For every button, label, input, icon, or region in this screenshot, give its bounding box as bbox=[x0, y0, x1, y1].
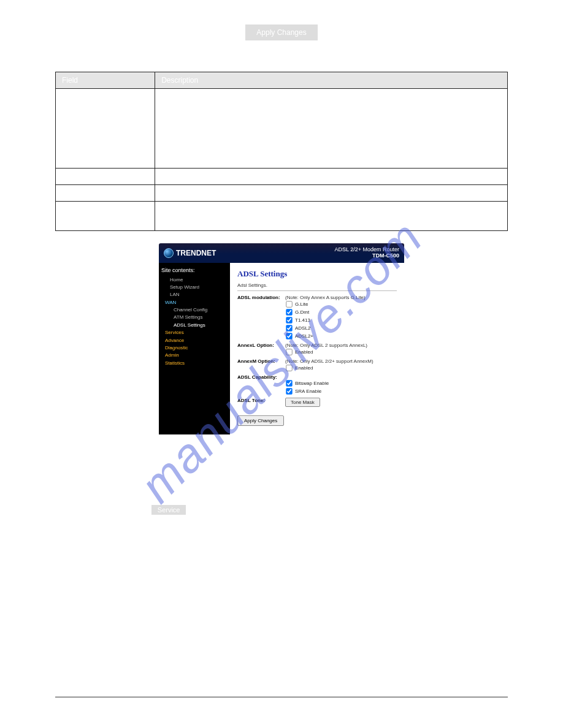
tone-mask-button[interactable]: Tone Mask bbox=[285, 398, 320, 407]
globe-icon bbox=[164, 248, 174, 258]
label-t1413: T1.413 bbox=[295, 317, 310, 322]
checkbox-annexm-enabled[interactable] bbox=[286, 365, 292, 371]
label-sra: SRA Enable bbox=[295, 388, 321, 393]
sidebar-item-wan[interactable]: WAN bbox=[161, 299, 228, 306]
row-desc: Enable or disable ADSL2 annex L mode. bbox=[155, 168, 508, 184]
label-tone: ADSL Tone: bbox=[237, 398, 285, 407]
parameters-table: Field Description ADSL modulation Choose… bbox=[55, 72, 508, 231]
label-capability: ADSL Capability: bbox=[237, 374, 285, 395]
p4: and bbox=[336, 506, 348, 514]
checkbox-adsl2[interactable] bbox=[286, 325, 292, 331]
label-adsl2: ADSL2 bbox=[295, 325, 310, 330]
label-gdmt: G.Dmt bbox=[295, 309, 309, 314]
apply-changes-button-top: Apply Changes bbox=[245, 25, 317, 40]
sidebar-item-advance[interactable]: Advance bbox=[161, 337, 228, 344]
main-panel: ADSL Settings Adsl Settings. ADSL modula… bbox=[230, 263, 404, 434]
label-annexl: AnnexL Option: bbox=[237, 343, 285, 356]
row-field: ADSL modulation bbox=[56, 88, 155, 168]
th-desc: Description bbox=[155, 72, 508, 88]
service-name: Service bbox=[207, 506, 231, 514]
sidebar-item-home[interactable]: Home bbox=[161, 276, 228, 284]
section-heading: 4.4 Service bbox=[55, 490, 508, 502]
p3: page that is displayed contains bbox=[234, 506, 334, 514]
checkbox-glite[interactable] bbox=[286, 301, 292, 307]
sidebar-item-adsl[interactable]: ADSL Settings bbox=[161, 322, 228, 329]
model-block: ADSL 2/2+ Modem Router TDM-C500 bbox=[335, 247, 399, 259]
checkbox-adsl2p[interactable] bbox=[286, 333, 292, 339]
sidebar-title: Site contents: bbox=[161, 267, 228, 275]
p1: In the navigation bar, choose bbox=[55, 506, 149, 514]
brand-text: TRENDNET bbox=[176, 249, 216, 257]
label-modulation: ADSL modulation: bbox=[237, 295, 285, 340]
checkbox-sra[interactable] bbox=[286, 388, 292, 394]
row-field: ADSL Capability bbox=[56, 201, 155, 230]
footer-copyright: © Copyright 2011 TRENDnet. All Rights Re… bbox=[55, 700, 207, 707]
row-desc: Enable or disable bitswap or SRA. bbox=[155, 201, 508, 230]
apply-changes-button[interactable]: Apply Changes bbox=[237, 415, 284, 426]
row-field: AnnexL Option bbox=[56, 168, 155, 184]
label-annexl-enabled: Enabled bbox=[295, 349, 313, 354]
brand: TRENDNET bbox=[164, 248, 216, 258]
note-annexl: (Note: Only ADSL 2 supports AnnexL) bbox=[285, 343, 397, 348]
label-adsl2p: ADSL2+ bbox=[295, 333, 313, 338]
note-modulation: (Note: Only Annex A supports G.Lite) bbox=[285, 295, 397, 300]
sidebar: Site contents: Home Setup Wizard LAN WAN… bbox=[159, 263, 230, 434]
label-annexm-enabled: Enabled bbox=[295, 365, 313, 370]
note-annexm: (Note: Only ADSL 2/2+ support AnnexM) bbox=[285, 358, 397, 364]
sidebar-item-services[interactable]: Services bbox=[161, 329, 228, 336]
sidebar-item-channel[interactable]: Channel Config bbox=[161, 306, 228, 314]
footer: © Copyright 2011 TRENDnet. All Rights Re… bbox=[55, 697, 508, 707]
sidebar-item-diagnostic[interactable]: Diagnostic bbox=[161, 344, 228, 352]
sidebar-item-lan[interactable]: LAN bbox=[161, 291, 228, 298]
label-bitswap: Bitswap Enable bbox=[295, 380, 329, 385]
page-title: ADSL Settings bbox=[237, 269, 397, 279]
checkbox-bitswap[interactable] bbox=[286, 380, 292, 386]
sidebar-item-statistics[interactable]: Statistics bbox=[161, 360, 228, 367]
th-field: Field bbox=[56, 72, 155, 88]
row-desc: Enable or disable ADSL2 annex M mode. bbox=[155, 184, 508, 201]
checkbox-gdmt[interactable] bbox=[286, 309, 292, 315]
model-line2: TDM-C500 bbox=[335, 253, 399, 259]
section-text: In the navigation bar, choose Service . … bbox=[55, 506, 508, 514]
sidebar-item-atm[interactable]: ATM Settings bbox=[161, 314, 228, 321]
row-desc: Choose the DSL modulation type. Normally… bbox=[155, 88, 508, 168]
row-field: AnnexM Option bbox=[56, 184, 155, 201]
intro-text: The following table describes the parame… bbox=[55, 54, 508, 64]
footer-page: 33 bbox=[500, 700, 508, 707]
label-glite: G.Lite bbox=[295, 301, 308, 306]
sidebar-item-admin[interactable]: Admin bbox=[161, 352, 228, 359]
sidebar-item-setup[interactable]: Setup Wizard bbox=[161, 284, 228, 291]
label-annexm: AnnexM Option: bbox=[237, 358, 285, 372]
embedded-screenshot: TRENDNET ADSL 2/2+ Modem Router TDM-C500… bbox=[159, 243, 404, 434]
service-button-inline: Service bbox=[151, 505, 186, 515]
checkbox-annexl-enabled[interactable] bbox=[286, 349, 292, 355]
checkbox-t1413[interactable] bbox=[286, 317, 292, 323]
p2: . The bbox=[188, 506, 205, 514]
page-subtitle: Adsl Settings. bbox=[237, 282, 397, 288]
